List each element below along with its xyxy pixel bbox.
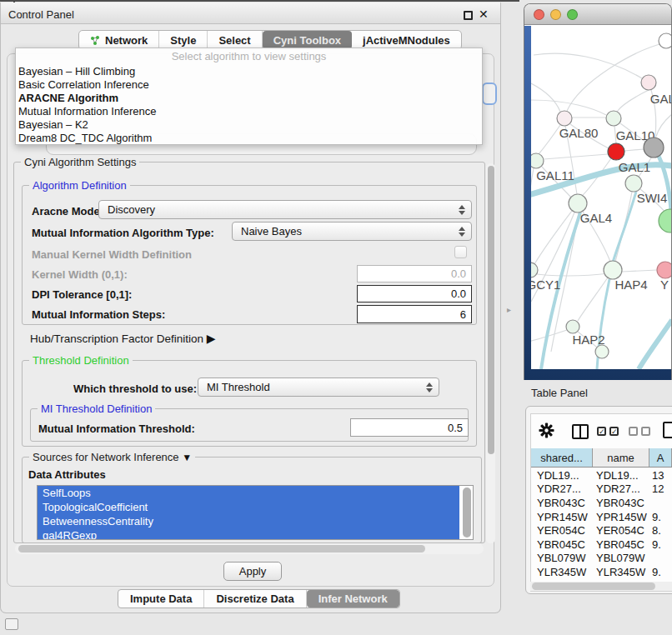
dropdown-item[interactable]: Basic Correlation Inference [16, 78, 482, 92]
network-node[interactable] [531, 262, 538, 278]
table-row[interactable]: YDL19...YDL19...13 [531, 468, 672, 482]
tab-discretize-data[interactable]: Discretize Data [204, 590, 306, 608]
network-edge[interactable] [539, 125, 560, 154]
table-hscrollbar-thumb[interactable] [532, 582, 655, 590]
close-icon[interactable]: ✕ [479, 8, 489, 21]
network-node[interactable] [625, 175, 642, 192]
select-all-checkbox-icon[interactable]: ✓ [597, 427, 606, 436]
network-edge[interactable] [617, 90, 649, 112]
table-row[interactable]: YBL079WYBL079W [531, 552, 672, 566]
network-edge[interactable] [534, 53, 642, 78]
table-cell: YDL19... [531, 469, 593, 482]
node-label: GAL1 [619, 160, 650, 174]
apply-button[interactable]: Apply [223, 562, 282, 581]
table-header-row: shared...nameA [531, 448, 672, 468]
network-edge[interactable] [656, 114, 671, 137]
mi-algorithm-type-combo[interactable]: Naive Bayes [232, 222, 472, 241]
network-node[interactable] [606, 111, 621, 126]
network-node[interactable] [566, 320, 579, 333]
splitter-collapse-arrow[interactable]: ▸ [507, 305, 511, 314]
network-edge[interactable] [622, 270, 657, 272]
network-node[interactable] [644, 138, 664, 158]
network-node[interactable] [595, 345, 609, 358]
mi-threshold-input[interactable]: 0.5 [350, 418, 469, 437]
table-row[interactable]: YBR045CYBR045C9. [531, 538, 672, 552]
network-node[interactable] [557, 111, 572, 126]
network-edge[interactable] [531, 83, 560, 112]
dropdown-item[interactable]: Mutual Information Inference [16, 105, 482, 118]
network-node[interactable] [657, 262, 671, 278]
table-row[interactable]: YDR27...YDR27...12 [531, 482, 672, 497]
tab-select[interactable]: Select [208, 31, 262, 49]
float-window-icon[interactable] [464, 11, 473, 20]
list-item[interactable]: gal4RGexp [38, 528, 459, 540]
table-cell: YDL19... [593, 469, 649, 482]
node-label: HAP2 [572, 332, 604, 347]
dpi-tolerance-input[interactable]: 0.0 [357, 285, 472, 302]
tab-cyni-toolbox[interactable]: Cyni Toolbox [263, 31, 352, 49]
network-node[interactable] [659, 33, 671, 48]
input-value: 0.0 [451, 268, 466, 280]
table-row[interactable]: YBR043CYBR043C [531, 496, 672, 510]
deselect-checkbox-icon[interactable] [629, 427, 638, 436]
data-attributes-list[interactable]: SelfLoopsTopologicalCoefficientBetweenne… [37, 485, 474, 540]
minimized-panel-icon[interactable] [5, 618, 18, 630]
table-row[interactable]: YER054CYER054C8. [531, 523, 672, 538]
table-column-header[interactable]: shared... [531, 448, 593, 467]
list-item[interactable]: TopologicalCoefficient [38, 500, 459, 514]
node-label: GAL80 [559, 126, 599, 140]
sources-toggle[interactable]: Sources for Network Inference ▼ [29, 451, 195, 463]
kernel-width-input[interactable]: 0.0 [357, 265, 472, 282]
list-item[interactable]: SelfLoops [38, 486, 459, 500]
tab-jactivemnodules[interactable]: jActiveMNodules [352, 31, 461, 49]
network-node[interactable] [569, 194, 587, 212]
mac-minimize-button[interactable] [550, 9, 561, 20]
select-all-checkbox-icon-2[interactable]: ✓ [609, 427, 619, 436]
list-item[interactable]: BetweennessCentrality [38, 514, 459, 528]
tab-label: Style [170, 34, 196, 47]
network-edge[interactable] [639, 320, 671, 369]
table-row[interactable]: YPR145WYPR145W9. [531, 510, 672, 524]
network-canvas[interactable]: GAL7GAL80GAL10GAL1GAL11SWI4GAL4GCY1HAP4Y… [531, 26, 671, 369]
network-node[interactable] [531, 153, 544, 168]
network-graph[interactable]: GAL7GAL80GAL10GAL1GAL11SWI4GAL4GCY1HAP4Y… [531, 26, 671, 369]
dropdown-item[interactable]: Dream8 DC_TDC Algorithm [16, 132, 482, 145]
manual-kernel-checkbox[interactable] [454, 246, 467, 258]
gear-icon[interactable] [539, 422, 554, 438]
tab-style[interactable]: Style [159, 31, 208, 49]
algorithm-combo-focus-ring[interactable] [482, 82, 497, 105]
network-node[interactable] [641, 75, 656, 90]
network-node[interactable] [604, 261, 622, 279]
network-node[interactable] [608, 143, 624, 160]
tab-infer-network[interactable]: Infer Network [307, 590, 399, 608]
network-node[interactable] [659, 209, 671, 232]
mac-zoom-button[interactable] [567, 9, 578, 20]
table-cell: YBR045C [531, 538, 593, 551]
table-row[interactable]: YLR345WYLR345W9. [531, 565, 672, 579]
tab-impute-data[interactable]: Impute Data [118, 590, 204, 608]
mac-close-button[interactable] [534, 9, 544, 20]
settings-hscrollbar-thumb[interactable] [18, 545, 425, 552]
table-column-header[interactable]: name [593, 448, 649, 467]
settings-vscrollbar-thumb[interactable] [488, 166, 494, 454]
aracne-mode-combo[interactable]: Discovery [98, 200, 472, 219]
algorithm-dropdown-popup: Select algorithm to view settings Bayesi… [15, 48, 483, 145]
split-columns-icon[interactable] [572, 424, 589, 439]
hub-definition-toggle[interactable]: Hub/Transcription Factor Definition ▶ [30, 332, 216, 345]
deselect-checkbox-icon-2[interactable] [641, 427, 650, 436]
tab-network[interactable]: Network [79, 31, 159, 49]
dropdown-item[interactable]: Bayesian – K2 [16, 118, 482, 132]
network-edge[interactable] [613, 192, 636, 262]
list-scrollbar-thumb[interactable] [463, 488, 471, 538]
table-cell: YPR145W [593, 511, 649, 523]
network-edge[interactable] [531, 273, 609, 276]
which-threshold-combo[interactable]: MI Threshold [198, 378, 439, 397]
document-icon[interactable] [663, 422, 672, 438]
dropdown-item[interactable]: ARACNE Algorithm [16, 92, 482, 105]
dropdown-item[interactable]: Bayesian – Hill Climbing [16, 65, 482, 78]
network-window-titlebar[interactable] [524, 4, 671, 25]
network-edge[interactable] [544, 154, 608, 159]
table-column-header[interactable]: A [649, 448, 672, 467]
mi-steps-input[interactable]: 6 [357, 305, 472, 323]
network-edge[interactable] [624, 149, 644, 151]
